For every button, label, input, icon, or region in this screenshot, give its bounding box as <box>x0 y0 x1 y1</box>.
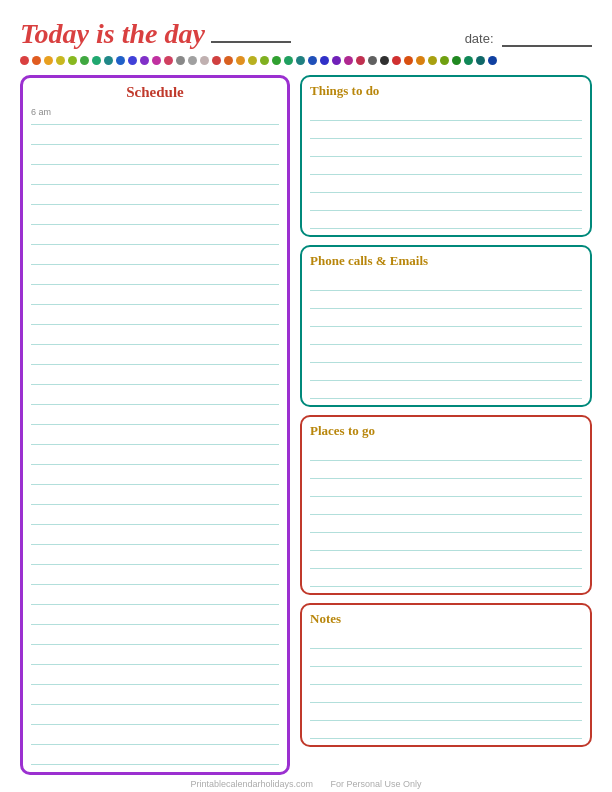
footer-right: For Personal Use Only <box>331 779 422 789</box>
places-to-go-lines <box>310 443 582 587</box>
decorative-dot <box>308 56 317 65</box>
schedule-line <box>31 585 279 605</box>
schedule-line <box>31 145 279 165</box>
schedule-line <box>31 225 279 245</box>
schedule-line <box>31 425 279 445</box>
decorative-dot <box>152 56 161 65</box>
schedule-line <box>31 625 279 645</box>
content-line <box>310 381 582 399</box>
decorative-dot <box>92 56 101 65</box>
decorative-dot <box>464 56 473 65</box>
content-line <box>310 667 582 685</box>
schedule-line <box>31 505 279 525</box>
decorative-dot <box>212 56 221 65</box>
schedule-line <box>31 165 279 185</box>
schedule-title: Schedule <box>31 84 279 101</box>
header-left: Today is the day <box>20 18 291 50</box>
date-section: date: <box>465 29 592 47</box>
content-line <box>310 139 582 157</box>
places-to-go-box: Places to go <box>300 415 592 595</box>
notes-title: Notes <box>310 611 582 627</box>
schedule-line <box>31 685 279 705</box>
content-line <box>310 309 582 327</box>
schedule-line <box>31 725 279 745</box>
decorative-dot <box>452 56 461 65</box>
content-line <box>310 291 582 309</box>
schedule-line <box>31 545 279 565</box>
date-underline <box>502 45 592 47</box>
content-line <box>310 497 582 515</box>
decorative-dot <box>344 56 353 65</box>
schedule-line <box>31 605 279 625</box>
schedule-line <box>31 745 279 765</box>
things-to-do-lines <box>310 103 582 229</box>
decorative-dot <box>200 56 209 65</box>
schedule-line <box>31 705 279 725</box>
decorative-dot <box>32 56 41 65</box>
schedule-line <box>31 525 279 545</box>
schedule-line <box>31 285 279 305</box>
content-line <box>310 273 582 291</box>
footer: Printablecalendarholidays.com For Person… <box>20 779 592 789</box>
schedule-line <box>31 645 279 665</box>
header: Today is the day date: <box>20 18 592 50</box>
decorative-dot <box>164 56 173 65</box>
decorative-dot <box>260 56 269 65</box>
decorative-dot <box>68 56 77 65</box>
decorative-dot <box>476 56 485 65</box>
places-to-go-title: Places to go <box>310 423 582 439</box>
decorative-dot <box>332 56 341 65</box>
schedule-line <box>31 205 279 225</box>
schedule-column: Schedule 6 am <box>20 75 290 775</box>
decorative-dot <box>296 56 305 65</box>
schedule-time-label: 6 am <box>31 107 51 117</box>
schedule-line <box>31 385 279 405</box>
content-line <box>310 121 582 139</box>
schedule-line <box>31 345 279 365</box>
content-line <box>310 461 582 479</box>
content-line <box>310 703 582 721</box>
decorative-dot <box>176 56 185 65</box>
phone-calls-lines <box>310 273 582 399</box>
decorative-dot <box>56 56 65 65</box>
schedule-line <box>31 665 279 685</box>
schedule-line <box>31 185 279 205</box>
content-line <box>310 193 582 211</box>
schedule-line <box>31 485 279 505</box>
content-line <box>310 345 582 363</box>
content-line <box>310 721 582 739</box>
decorative-dot <box>236 56 245 65</box>
content-line <box>310 631 582 649</box>
content-line <box>310 327 582 345</box>
schedule-line <box>31 245 279 265</box>
schedule-line <box>31 125 279 145</box>
notes-lines <box>310 631 582 739</box>
content-line <box>310 685 582 703</box>
page: Today is the day date: Schedule 6 am Thi… <box>0 0 612 792</box>
content-line <box>310 103 582 121</box>
content-line <box>310 363 582 381</box>
schedule-line <box>31 565 279 585</box>
decorative-dot <box>392 56 401 65</box>
decorative-dot <box>428 56 437 65</box>
decorative-dot <box>188 56 197 65</box>
content-line <box>310 649 582 667</box>
decorative-dot <box>488 56 497 65</box>
decorative-dot <box>104 56 113 65</box>
decorative-dot <box>140 56 149 65</box>
content-line <box>310 211 582 229</box>
dots-row <box>20 56 592 65</box>
schedule-box: Schedule 6 am <box>20 75 290 775</box>
decorative-dot <box>416 56 425 65</box>
content-line <box>310 175 582 193</box>
decorative-dot <box>368 56 377 65</box>
things-to-do-box: Things to do <box>300 75 592 237</box>
decorative-dot <box>356 56 365 65</box>
schedule-line: 6 am <box>31 105 279 125</box>
page-title: Today is the day <box>20 18 205 50</box>
content-line <box>310 551 582 569</box>
content-line <box>310 569 582 587</box>
decorative-dot <box>80 56 89 65</box>
decorative-dot <box>440 56 449 65</box>
schedule-line <box>31 445 279 465</box>
